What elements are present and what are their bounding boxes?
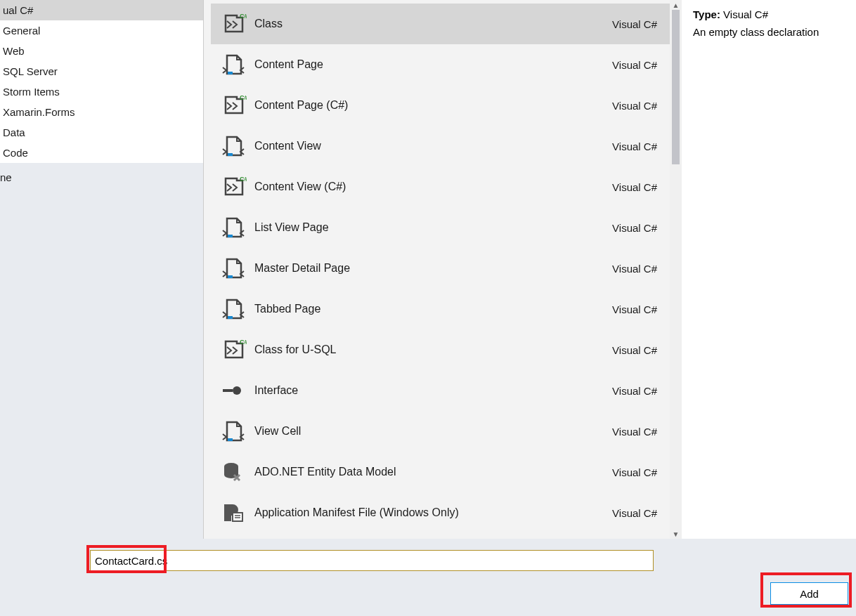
template-name: View Cell (254, 425, 594, 438)
template-language: Visual C# (594, 385, 657, 397)
template-row[interactable]: Content PageVisual C# (211, 44, 670, 85)
category-tree: ual C# General Web SQL Server Storm Item… (0, 0, 203, 163)
manifest-icon (211, 500, 254, 525)
details-panel: Type: Visual C# An empty class declarati… (682, 0, 856, 539)
template-row[interactable]: Content Page (C#)Visual C# (211, 85, 670, 126)
template-row[interactable]: Class for U-SQLVisual C# (211, 329, 670, 370)
class-icon (211, 93, 254, 118)
scrollbar-up-icon[interactable]: ▲ (670, 0, 682, 10)
template-language: Visual C# (594, 18, 657, 30)
template-language: Visual C# (594, 426, 657, 438)
page-icon (211, 215, 254, 240)
page-icon (211, 296, 254, 322)
tree-item-xamarin-forms[interactable]: Xamarin.Forms (0, 102, 203, 122)
template-name: ADO.NET Entity Data Model (254, 466, 594, 478)
template-list-panel: ClassVisual C#Content PageVisual C#Conte… (204, 0, 682, 539)
sidebar-extra-label: ne (0, 163, 203, 539)
bottom-bar: Add (0, 539, 856, 616)
template-name: Class for U-SQL (254, 343, 594, 356)
scrollbar[interactable]: ▲ ▼ (670, 0, 682, 539)
template-name: Tabbed Page (254, 303, 594, 315)
entity-icon (211, 459, 254, 485)
template-name: Content Page (254, 58, 594, 71)
page-icon (211, 256, 254, 281)
tree-item-sql-server[interactable]: SQL Server (0, 61, 203, 81)
template-language: Visual C# (594, 466, 657, 478)
page-icon (211, 419, 254, 444)
template-language: Visual C# (594, 59, 657, 71)
template-row[interactable]: Content ViewVisual C# (211, 126, 670, 166)
page-icon (211, 52, 254, 77)
template-name: Application Manifest File (Windows Only) (254, 506, 594, 519)
template-name: Content View (254, 140, 594, 152)
tree-item-web[interactable]: Web (0, 41, 203, 61)
class-icon (211, 174, 254, 199)
template-name: Content Page (C#) (254, 99, 594, 112)
template-row[interactable]: View CellVisual C# (211, 411, 670, 452)
tree-item-general[interactable]: General (0, 20, 203, 41)
template-language: Visual C# (594, 100, 657, 112)
template-row[interactable]: Master Detail PageVisual C# (211, 248, 670, 289)
template-row[interactable]: Tabbed PageVisual C# (211, 289, 670, 329)
template-name: Content View (C#) (254, 181, 594, 193)
name-input[interactable] (90, 550, 654, 571)
details-description: An empty class declaration (693, 26, 845, 38)
template-row[interactable]: InterfaceVisual C# (211, 370, 670, 411)
template-row[interactable]: ADO.NET Entity Data ModelVisual C# (211, 452, 670, 492)
class-icon (211, 11, 254, 37)
details-type-value: Visual C# (723, 8, 768, 20)
template-name: List View Page (254, 221, 594, 234)
add-button[interactable]: Add (770, 582, 848, 605)
template-row[interactable]: ClassVisual C# (211, 4, 670, 44)
details-type-label: Type: (693, 8, 720, 20)
page-icon (211, 133, 254, 159)
template-language: Visual C# (594, 303, 657, 315)
tree-item-visual-csharp[interactable]: ual C# (0, 0, 203, 20)
template-row[interactable]: Content View (C#)Visual C# (211, 166, 670, 207)
template-row[interactable]: Application Manifest File (Windows Only)… (211, 492, 670, 533)
tree-item-code[interactable]: Code (0, 143, 203, 163)
template-language: Visual C# (594, 181, 657, 193)
interface-icon (211, 378, 254, 403)
scrollbar-thumb[interactable] (672, 10, 680, 164)
scrollbar-down-icon[interactable]: ▼ (670, 529, 682, 539)
template-language: Visual C# (594, 263, 657, 275)
template-language: Visual C# (594, 140, 657, 152)
template-list: ClassVisual C#Content PageVisual C#Conte… (204, 0, 670, 539)
template-name: Master Detail Page (254, 262, 594, 275)
template-language: Visual C# (594, 507, 657, 519)
template-language: Visual C# (594, 344, 657, 356)
template-language: Visual C# (594, 222, 657, 234)
category-sidebar: ual C# General Web SQL Server Storm Item… (0, 0, 204, 539)
tree-item-storm-items[interactable]: Storm Items (0, 81, 203, 102)
template-row[interactable]: List View PageVisual C# (211, 207, 670, 248)
tree-item-data[interactable]: Data (0, 122, 203, 143)
class-icon (211, 337, 254, 362)
template-name: Class (254, 18, 594, 30)
template-name: Interface (254, 384, 594, 397)
